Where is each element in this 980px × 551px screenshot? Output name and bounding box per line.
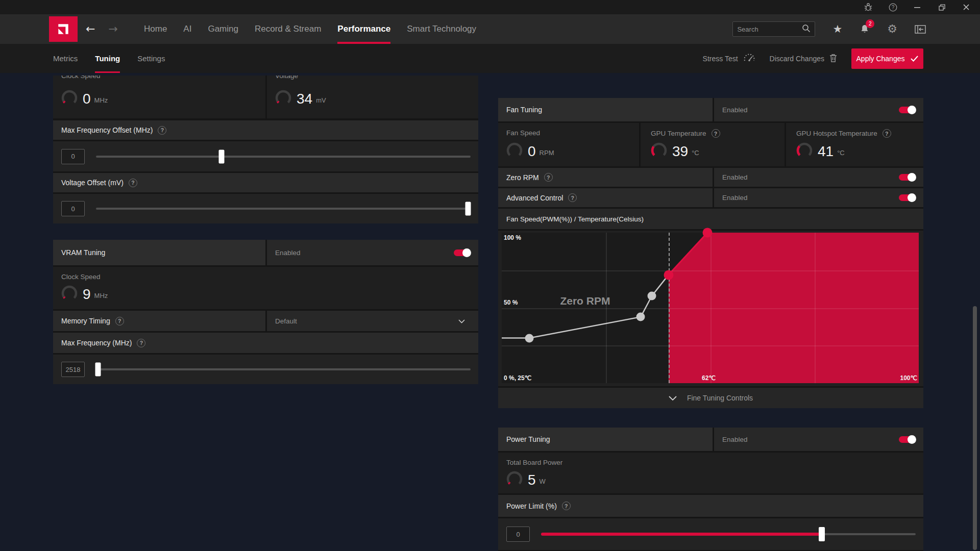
active-tab-underline [337,42,390,44]
power-limit-slider-row: 0 [498,518,923,550]
tab-gaming[interactable]: Gaming [208,14,238,44]
memory-timing-row: Memory Timing ? [53,311,265,331]
tab-performance[interactable]: Performance [337,14,390,44]
zero-rpm-watermark: Zero RPM [560,295,610,307]
vram-tuning-enable-cell: Enabled [267,240,478,265]
back-button[interactable]: ← [86,23,95,35]
search-box[interactable] [732,21,815,37]
slider-handle[interactable] [95,363,101,377]
threshold-dashed-line [669,233,670,383]
zero-rpm-enable-cell: Enabled [714,168,923,187]
help-icon[interactable]: ? [158,126,166,135]
tab-home[interactable]: Home [144,14,167,44]
active-subtab-underline [95,71,120,73]
vram-max-frequency-row: Max Frequency (MHz) ? [53,333,478,353]
search-icon[interactable] [802,24,811,35]
fan-tuning-enable-cell: Enabled [714,98,923,121]
voltage-offset-input[interactable]: 0 [61,201,85,216]
tab-smart-technology[interactable]: Smart Technology [407,14,476,44]
zero-rpm-row: Zero RPM ? [498,168,713,187]
tab-record-stream[interactable]: Record & Stream [255,14,321,44]
fan-tuning-panel: Fan Tuning Enabled Fan Speed 0 RPM GPU T… [498,98,923,408]
voltage-gauge-ring [275,90,291,108]
search-input[interactable] [737,26,802,33]
help-icon[interactable]: ? [562,502,571,510]
fan-curve-point[interactable] [636,313,645,321]
vram-max-frequency-input[interactable]: 2518 [61,362,85,377]
advanced-control-row: Advanced Control ? [498,188,713,207]
gpu-clock-gauge-cell: Clock Speed 0 MHz [53,76,265,118]
help-icon[interactable]: ? [137,339,145,347]
voltage-offset-row: Voltage Offset (mV) ? [53,173,478,192]
max-frequency-offset-row: Max Frequency Offset (MHz) ? [53,120,478,140]
fan-curve-point[interactable] [703,228,713,238]
help-icon[interactable]: ? [544,173,553,182]
help-icon[interactable]: ? [129,179,137,187]
advanced-control-toggle[interactable] [899,194,915,201]
vram-tuning-toggle[interactable] [454,249,470,256]
discard-changes-button[interactable]: Discard Changes [770,54,837,64]
tab-metrics[interactable]: Metrics [53,44,78,73]
speedometer-icon [743,54,755,64]
gpu-temperature-gauge-cell: GPU Temperature ? 39 °C [641,123,785,166]
scrollbar-thumb[interactable] [973,306,977,550]
tab-ai[interactable]: AI [183,14,191,44]
settings-gear-icon[interactable]: ⚙ [887,23,897,35]
collapse-panel-icon[interactable] [915,25,926,34]
fan-curve-point[interactable] [648,291,656,300]
performance-subnav: Metrics Tuning Settings Stress Test Disc… [0,44,980,73]
gpu-temperature-gauge-ring [651,142,667,161]
trash-icon [829,54,837,64]
zero-rpm-toggle[interactable] [899,174,915,181]
power-limit-slider[interactable] [541,533,916,535]
restore-button[interactable] [937,3,946,12]
stress-test-button[interactable]: Stress Test [703,54,755,64]
slider-handle[interactable] [819,527,825,541]
help-icon[interactable]: ? [568,193,577,202]
memory-timing-dropdown[interactable]: Default [267,311,478,331]
nav-tabs: Home AI Gaming Record & Stream Performan… [144,14,476,44]
fan-curve-chart: 100 % 50 % 0 %, 25℃ 62℃ 100℃ Zero RPM [498,231,923,386]
help-icon[interactable]: ? [115,317,124,325]
chevron-down-icon [669,396,677,400]
bug-report-icon[interactable] [864,3,873,12]
fan-curve-point[interactable] [525,334,534,342]
apply-changes-button[interactable]: Apply Changes [851,48,923,69]
fan-tuning-header: Fan Tuning [498,98,713,121]
power-tuning-toggle[interactable] [899,436,915,443]
power-tuning-enable-cell: Enabled [714,428,923,451]
vram-max-frequency-slider[interactable] [96,368,471,370]
board-power-gauge-ring [506,471,523,489]
tab-tuning[interactable]: Tuning [95,44,120,73]
tab-settings[interactable]: Settings [137,44,165,73]
voltage-offset-slider[interactable] [96,208,471,210]
favorites-star-icon[interactable]: ★ [832,24,842,35]
help-icon[interactable]: ? [712,129,720,138]
fine-tuning-controls-button[interactable]: Fine Tuning Controls [498,388,923,408]
slider-handle[interactable] [218,149,224,163]
gpu-voltage-gauge-cell: Voltage 34 mV [267,76,478,118]
minimize-button[interactable] [913,3,922,12]
advanced-control-enable-cell: Enabled [714,188,923,207]
fan-speed-gauge-cell: Fan Speed 0 RPM [498,123,639,166]
max-frequency-offset-slider[interactable] [96,156,471,158]
max-frequency-offset-input[interactable]: 0 [61,149,85,164]
fan-curve-title-row: Fan Speed(PWM(%)) / Temperature(Celsius) [498,209,923,229]
adrenalin-window: ? ← → Home AI [0,0,980,551]
vram-tuning-panel: VRAM Tuning Enabled Clock Speed 9 MHz Me… [53,240,478,384]
svg-text:?: ? [891,5,894,10]
notification-badge: 2 [866,19,874,28]
forward-button[interactable]: → [108,23,117,35]
close-button[interactable] [962,3,971,12]
notifications-bell-icon[interactable]: 2 [860,24,870,34]
help-icon[interactable]: ? [883,129,891,138]
fan-tuning-toggle[interactable] [899,107,915,113]
amd-logo[interactable] [49,16,78,42]
slider-handle[interactable] [465,202,471,216]
fan-curve-point[interactable] [664,270,673,280]
power-tuning-header: Power Tuning [498,428,713,451]
main-nav: ← → Home AI Gaming Record & Stream Perfo… [0,14,980,44]
power-limit-input[interactable]: 0 [506,527,530,542]
hotspot-temperature-gauge-cell: GPU Hotspot Temperature ? 41 °C [786,123,923,166]
help-icon[interactable]: ? [888,3,897,12]
